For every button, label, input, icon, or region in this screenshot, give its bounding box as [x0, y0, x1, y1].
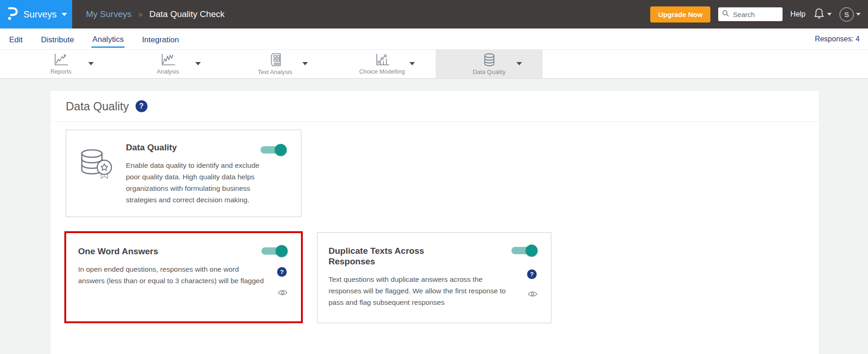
- zigzag-chart-icon: [160, 53, 176, 67]
- account-menu[interactable]: S: [840, 7, 861, 22]
- one-word-answers-toggle[interactable]: [261, 245, 288, 257]
- tab-label: Data Quality: [473, 69, 506, 75]
- dropdown-caret-icon[interactable]: [409, 62, 415, 65]
- notifications-menu[interactable]: [813, 7, 832, 22]
- nav-item-integration[interactable]: Integration: [141, 31, 180, 47]
- dropdown-caret-icon[interactable]: [88, 62, 94, 65]
- top-header: Surveys My Surveys > Data Quality Check …: [0, 0, 868, 29]
- survey-nav: Edit Distribute Analytics Integration Re…: [0, 29, 868, 49]
- tab-label: Analysis: [157, 68, 179, 75]
- tab-label: Text Analysis: [258, 69, 292, 75]
- data-quality-toggle[interactable]: [261, 144, 287, 156]
- card-title: One Word Answers: [78, 246, 283, 257]
- preview-eye-icon[interactable]: [278, 289, 288, 298]
- card-title: Duplicate Texts Across Responses: [329, 246, 533, 267]
- chevron-down-icon: [62, 13, 67, 16]
- chevron-down-icon: [827, 13, 832, 16]
- breadcrumb-separator: >: [138, 11, 142, 18]
- header-actions: Upgrade Now Help S: [650, 6, 868, 23]
- dropdown-caret-icon[interactable]: [516, 62, 522, 65]
- breadcrumb: My Surveys > Data Quality Check: [86, 9, 225, 19]
- tab-data-quality[interactable]: Data Quality: [436, 50, 543, 78]
- tab-reports[interactable]: Reports: [7, 50, 114, 78]
- notifications-bell-icon: [813, 7, 825, 22]
- card-description: Text questions with duplicate answers ac…: [329, 274, 533, 308]
- help-icon[interactable]: ?: [277, 267, 287, 277]
- breadcrumb-my-surveys[interactable]: My Surveys: [86, 9, 131, 19]
- database-badge-icon: [74, 142, 119, 208]
- upgrade-now-button[interactable]: Upgrade Now: [650, 6, 710, 23]
- dropdown-caret-icon[interactable]: [195, 62, 201, 65]
- responses-count[interactable]: Responses: 4: [815, 35, 860, 43]
- tab-text-analysis[interactable]: Text Analysis: [221, 50, 329, 78]
- card-one-word-answers: One Word Answers In open ended questions…: [64, 231, 303, 323]
- page-title: Data Quality: [66, 100, 129, 113]
- header-search: [718, 7, 783, 21]
- help-link[interactable]: Help: [790, 10, 806, 18]
- dropdown-caret-icon[interactable]: [302, 62, 308, 65]
- duplicate-texts-toggle[interactable]: [511, 245, 538, 257]
- card-description: Enable data quality to identify and excl…: [126, 160, 292, 206]
- tab-label: Reports: [51, 68, 72, 75]
- card-data-quality: Data Quality Enable data quality to iden…: [66, 130, 301, 217]
- search-input[interactable]: [732, 10, 779, 19]
- nav-item-edit[interactable]: Edit: [8, 31, 23, 47]
- product-switcher[interactable]: Surveys: [0, 0, 72, 29]
- line-chart-icon: [53, 53, 69, 67]
- card-duplicate-texts: Duplicate Texts Across Responses Text qu…: [317, 232, 551, 323]
- help-icon[interactable]: ?: [527, 269, 537, 279]
- help-icon[interactable]: ?: [136, 100, 148, 112]
- page-content: Data Quality ? Data Quality: [0, 79, 868, 354]
- nav-item-analytics[interactable]: Analytics: [91, 30, 125, 48]
- breadcrumb-current: Data Quality Check: [149, 9, 225, 19]
- questionpro-logo-icon: [6, 6, 18, 23]
- panel-header: Data Quality ?: [51, 91, 819, 122]
- user-avatar: S: [840, 7, 854, 22]
- tab-label: Choice Modelling: [359, 68, 405, 75]
- analytics-tabbar: Reports Analysis Text Analysis: [0, 49, 868, 79]
- product-name: Surveys: [23, 9, 57, 20]
- scatter-chart-icon: [374, 53, 391, 67]
- nav-item-distribute[interactable]: Distribute: [40, 31, 75, 47]
- chevron-down-icon: [856, 13, 861, 16]
- database-icon: [482, 52, 497, 67]
- card-description: In open ended questions, responses with …: [78, 263, 283, 286]
- report-document-icon: [268, 52, 282, 67]
- tab-choice-modelling[interactable]: Choice Modelling: [329, 50, 436, 78]
- preview-eye-icon[interactable]: [528, 291, 538, 299]
- data-quality-panel: Data Quality ? Data Quality: [51, 91, 819, 354]
- tab-analysis[interactable]: Analysis: [114, 50, 221, 78]
- search-icon: [722, 10, 729, 19]
